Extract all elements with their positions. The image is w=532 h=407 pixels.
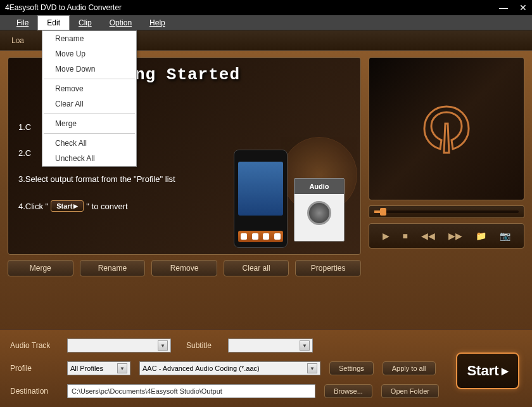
remove-button[interactable]: Remove <box>151 260 217 276</box>
profile-label: Profile <box>10 364 58 373</box>
chevron-down-icon: ▼ <box>307 363 317 373</box>
destination-input[interactable]: C:\Users\pc\Documents\4Easysoft Studio\O… <box>67 384 315 398</box>
properties-button[interactable]: Properties <box>295 260 361 276</box>
audio-file-icon: Audio <box>294 178 345 242</box>
prev-button[interactable]: ◀◀ <box>421 231 435 241</box>
browse-button[interactable]: Browse... <box>324 384 372 398</box>
destination-label: Destination <box>10 387 58 396</box>
menu-clip[interactable]: Clip <box>70 16 101 30</box>
edit-check-all[interactable]: Check All <box>42 136 136 151</box>
menu-file[interactable]: File <box>8 16 37 30</box>
logo-icon <box>415 97 478 160</box>
stop-button[interactable]: ■ <box>403 231 408 241</box>
edit-move-down[interactable]: Move Down <box>42 61 136 77</box>
edit-dropdown: Rename Move Up Move Down Remove Clear Al… <box>42 30 137 167</box>
mini-start-button: Start▶ <box>51 200 84 212</box>
close-button[interactable]: ✕ <box>519 3 527 12</box>
chevron-down-icon: ▼ <box>158 340 168 351</box>
ipod-icon <box>234 150 288 248</box>
audio-track-label: Audio Track <box>10 341 58 350</box>
minimize-button[interactable]: — <box>499 3 508 12</box>
edit-uncheck-all[interactable]: Uncheck All <box>42 151 136 166</box>
clear-all-button[interactable]: Clear all <box>224 260 289 276</box>
snapshot-button[interactable]: 📷 <box>500 231 510 241</box>
settings-button[interactable]: Settings <box>329 361 374 375</box>
edit-clear-all[interactable]: Clear All <box>42 96 136 112</box>
open-file-icon[interactable]: 📁 <box>476 231 486 241</box>
subtitle-select[interactable]: ▼ <box>228 339 313 352</box>
getting-started-title: ng Started <box>135 65 240 84</box>
separator <box>44 133 135 134</box>
load-dvd-button[interactable]: Loa <box>11 36 24 45</box>
seek-slider[interactable] <box>369 205 524 218</box>
titlebar: 4Easysoft DVD to Audio Converter — ✕ <box>0 0 532 15</box>
speaker-icon <box>307 201 331 225</box>
merge-button[interactable]: Merge <box>8 260 73 276</box>
edit-remove[interactable]: Remove <box>42 81 136 96</box>
menu-help[interactable]: Help <box>141 16 174 30</box>
edit-move-up[interactable]: Move Up <box>42 46 136 61</box>
separator <box>44 113 135 114</box>
apply-to-all-button[interactable]: Apply to all <box>383 361 436 375</box>
next-button[interactable]: ▶▶ <box>448 231 462 241</box>
open-folder-button[interactable]: Open Folder <box>381 384 439 398</box>
menu-option[interactable]: Option <box>101 16 141 30</box>
profile-select[interactable]: AAC - Advanced Audio Coding (*.aac)▼ <box>139 361 320 375</box>
rename-button[interactable]: Rename <box>80 260 146 276</box>
preview-panel <box>369 57 524 200</box>
play-button[interactable]: ▶ <box>383 231 390 241</box>
graphic: Audio <box>221 115 354 248</box>
profile-filter-select[interactable]: All Profiles▼ <box>67 361 130 375</box>
edit-rename[interactable]: Rename <box>42 31 136 46</box>
start-button[interactable]: Start <box>456 352 519 389</box>
window-title: 4Easysoft DVD to Audio Converter <box>5 3 122 12</box>
separator <box>44 79 135 79</box>
chevron-down-icon: ▼ <box>300 340 310 351</box>
subtitle-label: Subtitle <box>186 341 219 350</box>
audio-track-select[interactable]: ▼ <box>67 339 171 352</box>
playback-controls: ▶ ■ ◀◀ ▶▶ 📁 📷 <box>369 223 524 249</box>
menu-edit[interactable]: Edit <box>37 15 70 30</box>
edit-merge[interactable]: Merge <box>42 116 136 131</box>
chevron-down-icon: ▼ <box>117 363 127 373</box>
menubar: File Edit Clip Option Help <box>0 15 532 30</box>
